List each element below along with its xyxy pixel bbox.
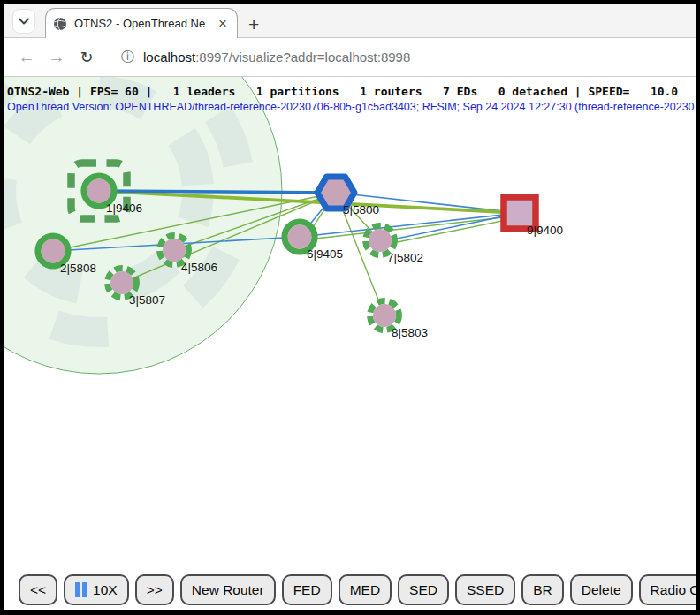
chevron-down-icon <box>19 18 29 25</box>
tab-title: OTNS2 - OpenThread Ne <box>74 17 209 30</box>
link-6-9 <box>300 213 520 237</box>
url-host: localhost <box>143 49 195 65</box>
button-label: >> <box>147 582 163 598</box>
node-body <box>288 225 312 249</box>
url-bar[interactable]: ⓘ localhost:8997/visualize?addr=localhos… <box>110 43 687 72</box>
network-canvas[interactable]: 1|94062|58083|58074|58065|58006|94057|58… <box>4 77 696 609</box>
node-body <box>42 239 65 263</box>
reload-icon[interactable]: ↻ <box>73 49 100 65</box>
back-icon[interactable]: ← <box>13 49 40 65</box>
tab-search-button[interactable] <box>12 9 35 34</box>
site-info-icon[interactable]: ⓘ <box>121 49 134 65</box>
node-label: 5|5800 <box>343 203 379 216</box>
openthread-version-line: OpenThread Version: OPENTHREAD/thread-re… <box>7 101 696 113</box>
node-label: 7|5802 <box>387 251 423 264</box>
button-label: FED <box>293 582 321 598</box>
button-label: << <box>30 582 46 598</box>
node-body <box>88 179 111 203</box>
node-label: 2|5808 <box>60 262 96 275</box>
node-label: 4|5806 <box>181 261 217 274</box>
button-label: SSED <box>467 582 504 598</box>
node-label: 1|9406 <box>106 201 142 215</box>
browser-chrome: OTNS2 - OpenThread Ne × + ← → ↻ ⓘ localh… <box>4 4 696 610</box>
node-label: 6|9405 <box>307 247 343 261</box>
button-delete[interactable]: Delete <box>570 574 633 605</box>
globe-favicon-icon <box>53 17 67 31</box>
node-body <box>163 239 186 262</box>
button-radio-off[interactable]: Radio Off <box>639 574 696 605</box>
button-fed[interactable]: FED <box>282 574 332 605</box>
node-body <box>110 271 133 294</box>
tab-otns2[interactable]: OTNS2 - OpenThread Ne × <box>45 8 238 38</box>
node-label: 9|9400 <box>527 224 563 237</box>
button-label: Radio Off <box>651 582 696 598</box>
button-label: 10X <box>93 582 118 598</box>
button-sed[interactable]: SED <box>398 574 449 605</box>
node-label: 8|5803 <box>392 326 428 339</box>
node-7[interactable]: 7|5802 <box>366 226 424 265</box>
link-7-9 <box>380 217 520 246</box>
button-ssed[interactable]: SSED <box>455 574 515 605</box>
pause-icon <box>75 582 87 597</box>
browser-toolbar: ← → ↻ ⓘ localhost:8997/visualize?addr=lo… <box>4 38 696 77</box>
link-7-9 <box>380 213 520 242</box>
sim-controls-toolbar: <<10X>>New RouterFEDMEDSEDSSEDBRDeleteRa… <box>4 574 696 605</box>
tab-strip: OTNS2 - OpenThread Ne × + <box>4 4 696 38</box>
url-path: :8997/visualize?addr=localhost:8998 <box>195 49 410 65</box>
node-8[interactable]: 8|5803 <box>370 301 429 340</box>
node-9[interactable]: 9|9400 <box>504 197 563 237</box>
simulation-status-bar: OTNS2-Web | FPS= 60 | 1 leaders 1 partit… <box>7 85 678 98</box>
button-blank[interactable]: << <box>19 574 57 605</box>
node-body <box>369 229 392 252</box>
url-text: localhost:8997/visualize?addr=localhost:… <box>143 49 410 65</box>
browser-window: OTNS2 - OpenThread Ne × + ← → ↻ ⓘ localh… <box>0 0 700 615</box>
link-1-5 <box>99 191 336 193</box>
button-label: New Router <box>192 582 264 598</box>
new-tab-button[interactable]: + <box>248 15 259 34</box>
button-label: MED <box>350 582 380 598</box>
node-body <box>373 304 396 327</box>
button-label: Delete <box>582 582 621 598</box>
button-10x[interactable]: 10X <box>64 574 129 605</box>
button-new-router[interactable]: New Router <box>180 574 276 605</box>
node-6[interactable]: 6|9405 <box>285 222 343 261</box>
button-blank[interactable]: >> <box>135 574 174 605</box>
button-med[interactable]: MED <box>339 574 392 605</box>
button-label: SED <box>409 582 438 598</box>
node-label: 3|5807 <box>129 293 165 307</box>
button-label: BR <box>533 582 552 598</box>
tab-close-icon[interactable]: × <box>216 16 230 31</box>
forward-icon[interactable]: → <box>43 49 70 65</box>
otns-page: 1|94062|58083|58074|58065|58006|94057|58… <box>4 77 696 610</box>
button-br[interactable]: BR <box>521 574 564 605</box>
